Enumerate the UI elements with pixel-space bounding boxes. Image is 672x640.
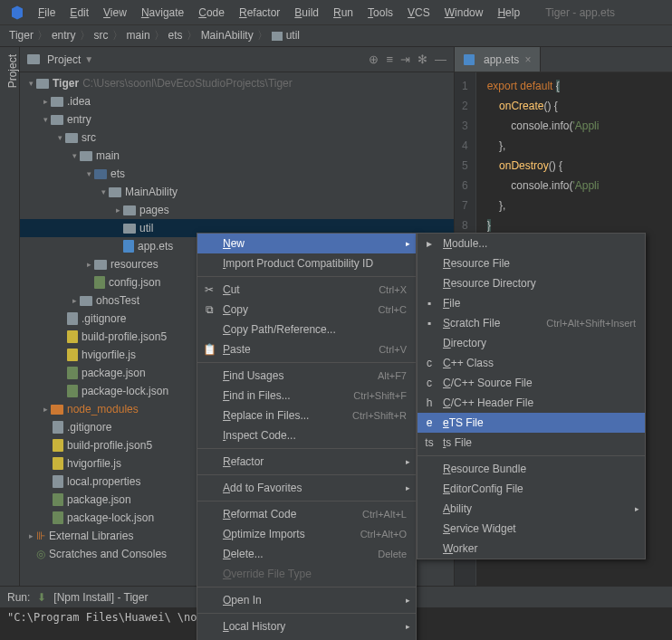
menubar-item[interactable]: Code bbox=[191, 3, 232, 23]
menu-item[interactable]: Reformat CodeCtrl+Alt+L bbox=[197, 504, 416, 524]
menu-item[interactable]: New▸ bbox=[197, 234, 416, 253]
hide-icon[interactable]: — bbox=[435, 53, 446, 66]
collapse-icon[interactable]: ⇥ bbox=[400, 53, 410, 66]
run-task: [Npm Install] - Tiger bbox=[53, 591, 148, 604]
menu-item-icon: ✂ bbox=[203, 283, 216, 296]
breadcrumb-item[interactable]: src bbox=[94, 29, 109, 42]
menubar-item[interactable]: Run bbox=[326, 3, 360, 23]
menu-item[interactable]: Directory bbox=[418, 333, 645, 353]
menu-item[interactable]: Copy Path/Reference... bbox=[197, 320, 416, 339]
breadcrumb-item[interactable]: util bbox=[272, 29, 300, 42]
menu-item[interactable]: ⧉CopyCtrl+C bbox=[197, 300, 416, 320]
breadcrumb-item[interactable]: entry bbox=[52, 29, 76, 42]
menubar-item[interactable]: Refactor bbox=[232, 3, 287, 23]
menu-item[interactable]: Find in Files...Ctrl+Shift+F bbox=[197, 386, 416, 406]
chevron-right-icon: ▸ bbox=[406, 622, 410, 631]
menu-item[interactable]: EditorConfig File bbox=[418, 479, 645, 499]
chevron-right-icon: ▸ bbox=[406, 239, 410, 248]
tree-item[interactable]: ▸.idea bbox=[20, 92, 454, 110]
tree-item[interactable]: ▾src bbox=[20, 129, 454, 147]
editor-tab[interactable]: app.ets × bbox=[455, 47, 541, 72]
menubar-item[interactable]: Help bbox=[490, 3, 527, 23]
menu-item-icon: c bbox=[423, 357, 436, 369]
context-menu[interactable]: New▸Import Product Compatibility ID✂CutC… bbox=[197, 233, 417, 640]
locate-icon[interactable]: ⊕ bbox=[369, 53, 379, 66]
menu-item[interactable]: ▪File bbox=[418, 293, 645, 313]
breadcrumb-item[interactable]: main bbox=[127, 29, 150, 42]
menu-item[interactable]: Refactor▸ bbox=[197, 452, 416, 472]
menubar-item[interactable]: Edit bbox=[62, 3, 96, 23]
run-label: Run: bbox=[7, 591, 30, 604]
menu-item[interactable]: ✂CutCtrl+X bbox=[197, 280, 416, 300]
menu-item-icon: ⧉ bbox=[203, 303, 216, 316]
menu-item[interactable]: Delete...Delete bbox=[197, 544, 416, 564]
menu-item-icon: h bbox=[423, 396, 436, 409]
menu-item-icon: 📋 bbox=[203, 343, 216, 356]
panel-title[interactable]: Project bbox=[47, 53, 81, 66]
menu-item[interactable]: Local History▸ bbox=[197, 616, 416, 636]
menu-item[interactable]: Worker bbox=[418, 539, 645, 559]
gear-icon[interactable]: ✻ bbox=[418, 53, 427, 66]
menu-item-icon: ▪ bbox=[423, 317, 436, 330]
menu-item[interactable]: Service Widget bbox=[418, 519, 645, 539]
menu-item[interactable]: ↻Reload from Disk bbox=[197, 636, 416, 640]
menu-item[interactable]: Ability▸ bbox=[418, 499, 645, 519]
chevron-right-icon: ▸ bbox=[406, 483, 410, 492]
download-icon: ⬇ bbox=[37, 591, 46, 604]
menu-item[interactable]: hC/C++ Header File bbox=[418, 393, 645, 413]
menu-item-icon: ts bbox=[423, 436, 436, 449]
tree-item[interactable]: ▾ets bbox=[20, 165, 454, 183]
expand-all-icon[interactable]: ≡ bbox=[386, 53, 393, 66]
menubar-item[interactable]: File bbox=[31, 3, 62, 23]
menu-item: Override File Type bbox=[197, 564, 416, 584]
chevron-down-icon[interactable]: ▼ bbox=[84, 54, 93, 64]
menu-item[interactable]: Add to Favorites▸ bbox=[197, 478, 416, 498]
menu-item[interactable]: Open In▸ bbox=[197, 590, 416, 610]
menu-item[interactable]: Replace in Files...Ctrl+Shift+R bbox=[197, 406, 416, 425]
menu-item[interactable]: ▸Module... bbox=[418, 234, 645, 253]
menu-item[interactable]: ▪Scratch FileCtrl+Alt+Shift+Insert bbox=[418, 313, 645, 333]
tree-item[interactable]: ▾MainAbility bbox=[20, 183, 454, 201]
chevron-right-icon: ▸ bbox=[406, 596, 410, 605]
menu-item-icon: c bbox=[423, 377, 436, 389]
chevron-right-icon: ▸ bbox=[406, 457, 410, 466]
menubar-item[interactable]: Navigate bbox=[134, 3, 191, 23]
menu-item[interactable]: cC++ Class bbox=[418, 353, 645, 373]
menu-item[interactable]: Resource Directory bbox=[418, 273, 645, 293]
menu-item[interactable]: Resource File bbox=[418, 253, 645, 273]
menubar: FileEditViewNavigateCodeRefactorBuildRun… bbox=[0, 0, 672, 25]
menu-item[interactable]: 📋PasteCtrl+V bbox=[197, 339, 416, 359]
tree-item[interactable]: ▾main bbox=[20, 147, 454, 165]
menu-item[interactable]: eeTS File bbox=[418, 413, 645, 433]
menu-item[interactable]: Import Product Compatibility ID bbox=[197, 253, 416, 273]
breadcrumb-item[interactable]: ets bbox=[168, 29, 183, 42]
app-logo-icon bbox=[9, 5, 25, 21]
menu-item-icon: ▪ bbox=[423, 297, 436, 310]
sidebar-tool-strip[interactable]: Project bbox=[0, 47, 20, 586]
menu-item[interactable]: tsts File bbox=[418, 433, 645, 453]
menubar-item[interactable]: View bbox=[96, 3, 134, 23]
menubar-item[interactable]: VCS bbox=[400, 3, 437, 23]
menu-item-icon: e bbox=[423, 416, 436, 429]
tree-item[interactable]: ▸pages bbox=[20, 201, 454, 219]
menu-item[interactable]: cC/C++ Source File bbox=[418, 373, 645, 393]
breadcrumb-item[interactable]: MainAbility bbox=[201, 29, 254, 42]
window-title: Tiger - app.ets bbox=[545, 6, 615, 19]
tree-item[interactable]: ▾entry bbox=[20, 110, 454, 129]
breadcrumb: Tiger〉entry〉src〉main〉ets〉MainAbility〉uti… bbox=[0, 25, 672, 47]
folder-icon bbox=[27, 54, 40, 64]
chevron-right-icon: ▸ bbox=[635, 504, 639, 513]
menu-item[interactable]: Inspect Code... bbox=[197, 425, 416, 445]
menu-item[interactable]: Optimize ImportsCtrl+Alt+O bbox=[197, 524, 416, 544]
menubar-item[interactable]: Window bbox=[437, 3, 491, 23]
menubar-item[interactable]: Build bbox=[287, 3, 326, 23]
breadcrumb-item[interactable]: Tiger bbox=[9, 29, 34, 42]
menu-item[interactable]: Resource Bundle bbox=[418, 459, 645, 479]
new-submenu[interactable]: ▸Module...Resource FileResource Director… bbox=[417, 233, 646, 559]
tree-root[interactable]: ▾TigerC:\Users\soonl\DevEcoStudioProject… bbox=[20, 74, 454, 92]
menubar-item[interactable]: Tools bbox=[360, 3, 400, 23]
close-icon[interactable]: × bbox=[524, 53, 531, 66]
menu-item[interactable]: Find UsagesAlt+F7 bbox=[197, 366, 416, 386]
ets-file-icon bbox=[464, 54, 475, 65]
menu-item-icon: ▸ bbox=[423, 237, 436, 250]
